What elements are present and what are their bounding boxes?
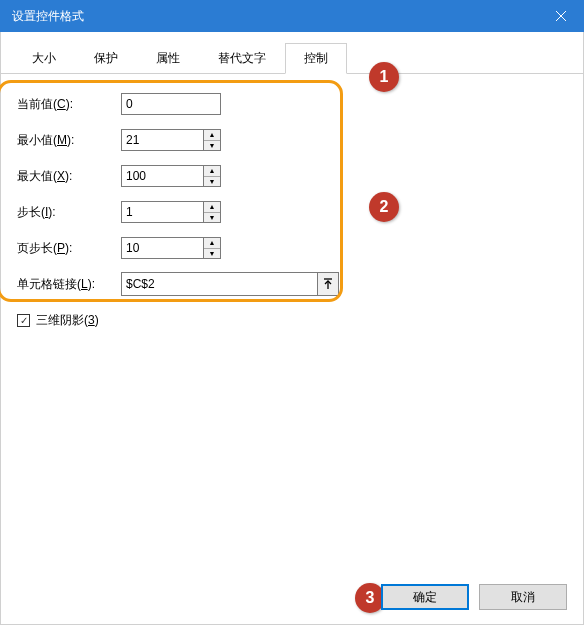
spin-up-step[interactable]: ▲	[204, 202, 220, 213]
label-current: 当前值(C):	[17, 96, 121, 113]
spin-up-pagestep[interactable]: ▲	[204, 238, 220, 249]
input-celllink[interactable]	[121, 272, 317, 296]
spin-up-min[interactable]: ▲	[204, 130, 220, 141]
label-max: 最大值(X):	[17, 168, 121, 185]
collapse-dialog-button[interactable]	[317, 272, 339, 296]
spinner-pagestep: ▲ ▼	[203, 237, 221, 259]
row-max: 最大值(X): ▲ ▼	[17, 164, 567, 188]
collapse-icon	[323, 278, 333, 290]
footer: 确定 取消	[381, 584, 567, 610]
input-min[interactable]	[121, 129, 203, 151]
tab-alttext[interactable]: 替代文字	[199, 43, 285, 74]
spinner-min: ▲ ▼	[203, 129, 221, 151]
row-min: 最小值(M): ▲ ▼	[17, 128, 567, 152]
ok-button[interactable]: 确定	[381, 584, 469, 610]
input-max[interactable]	[121, 165, 203, 187]
cancel-button[interactable]: 取消	[479, 584, 567, 610]
row-pagestep: 页步长(P): ▲ ▼	[17, 236, 567, 260]
checkbox-shadow3d[interactable]: ✓	[17, 314, 30, 327]
spin-down-step[interactable]: ▼	[204, 213, 220, 223]
tab-property[interactable]: 属性	[137, 43, 199, 74]
spinner-max: ▲ ▼	[203, 165, 221, 187]
row-celllink: 单元格链接(L):	[17, 272, 567, 296]
row-shadow3d: ✓ 三维阴影(3)	[17, 312, 567, 329]
label-step: 步长(I):	[17, 204, 121, 221]
tab-content: 当前值(C): 最小值(M): ▲ ▼ 最大值(X): ▲ ▼	[1, 74, 583, 329]
spin-down-pagestep[interactable]: ▼	[204, 249, 220, 259]
dialog-body: 大小 保护 属性 替代文字 控制 当前值(C): 最小值(M): ▲ ▼ 最大值…	[0, 32, 584, 625]
spin-down-max[interactable]: ▼	[204, 177, 220, 187]
label-pagestep: 页步长(P):	[17, 240, 121, 257]
row-step: 步长(I): ▲ ▼	[17, 200, 567, 224]
tab-size[interactable]: 大小	[13, 43, 75, 74]
row-current: 当前值(C):	[17, 92, 567, 116]
input-step[interactable]	[121, 201, 203, 223]
label-celllink: 单元格链接(L):	[17, 276, 121, 293]
titlebar: 设置控件格式	[0, 0, 584, 32]
input-current[interactable]	[121, 93, 221, 115]
spin-up-max[interactable]: ▲	[204, 166, 220, 177]
close-icon	[556, 11, 566, 21]
input-pagestep[interactable]	[121, 237, 203, 259]
tab-protect[interactable]: 保护	[75, 43, 137, 74]
spin-down-min[interactable]: ▼	[204, 141, 220, 151]
dialog-title: 设置控件格式	[12, 8, 84, 25]
spinner-step: ▲ ▼	[203, 201, 221, 223]
label-shadow3d: 三维阴影(3)	[36, 312, 99, 329]
close-button[interactable]	[538, 0, 584, 32]
tab-control[interactable]: 控制	[285, 43, 347, 74]
tab-row: 大小 保护 属性 替代文字 控制	[1, 32, 583, 74]
label-min: 最小值(M):	[17, 132, 121, 149]
